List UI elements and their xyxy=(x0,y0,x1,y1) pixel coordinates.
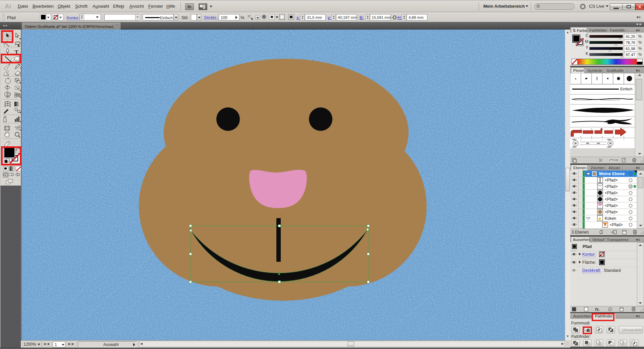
svg-text:Küken: Küken xyxy=(605,216,616,221)
svg-text:<Pfad>: <Pfad> xyxy=(610,222,623,227)
svg-text:<Pfad>: <Pfad> xyxy=(605,210,618,214)
svg-text:Meine Ebene: Meine Ebene xyxy=(599,171,625,176)
svg-text:fx.: fx. xyxy=(595,307,600,312)
svg-text:<Pfad>: <Pfad> xyxy=(605,191,618,195)
svg-text:<Pfad>: <Pfad> xyxy=(605,184,618,189)
svg-text:<Pfad>: <Pfad> xyxy=(605,197,618,202)
svg-text:Einfach: Einfach xyxy=(620,87,633,91)
svg-text:Umwandeln: Umwandeln xyxy=(622,328,642,332)
svg-text:<Pfad>: <Pfad> xyxy=(605,203,618,208)
svg-text:<Pfad>: <Pfad> xyxy=(605,178,618,183)
